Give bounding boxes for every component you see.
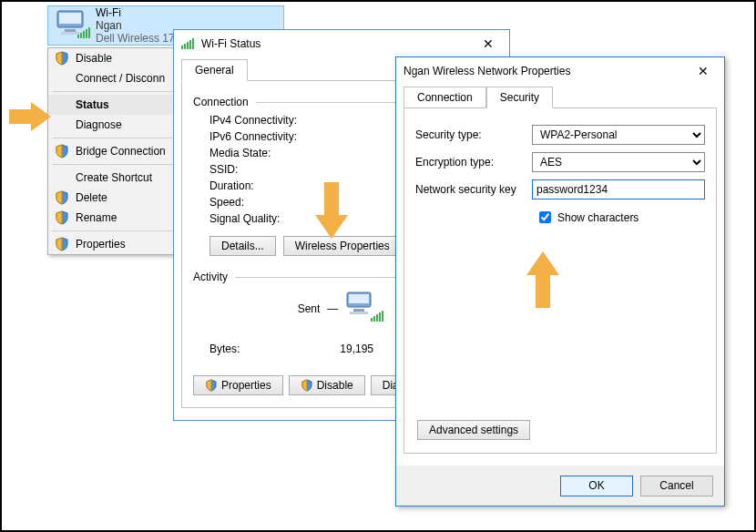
show-characters-checkbox[interactable] — [539, 211, 551, 223]
tab-connection[interactable]: Connection — [404, 87, 486, 108]
svg-rect-21 — [376, 314, 378, 322]
shield-icon — [55, 237, 69, 254]
row-network-key: Network security key — [415, 179, 705, 200]
shield-icon — [55, 190, 69, 208]
dialog-footer: OK Cancel — [396, 466, 724, 506]
ctx-label: Disable — [76, 52, 112, 65]
shield-icon — [55, 51, 69, 68]
ok-button[interactable]: OK — [560, 476, 633, 496]
titlebar[interactable]: Ngan Wireless Network Properties ✕ — [396, 57, 724, 85]
sent-label: Sent — [298, 302, 321, 315]
signal-icon — [181, 36, 196, 52]
svg-rect-20 — [373, 316, 375, 322]
bytes-sent: 19,195 — [282, 343, 373, 355]
ctx-label: Rename — [76, 211, 117, 224]
svg-marker-9 — [9, 102, 51, 131]
row-show-characters: Show characters — [536, 209, 705, 226]
svg-rect-3 — [61, 32, 79, 35]
svg-rect-19 — [371, 318, 373, 322]
svg-rect-1 — [59, 13, 81, 24]
svg-rect-14 — [192, 38, 194, 49]
ctx-label: Create Shortcut — [76, 171, 152, 184]
svg-rect-11 — [184, 44, 186, 49]
row-encryption-type: Encryption type: AES — [415, 152, 705, 172]
ctx-label: Delete — [76, 191, 107, 204]
tab-general[interactable]: General — [181, 59, 248, 81]
close-icon[interactable]: ✕ — [475, 36, 502, 51]
annotation-arrow-up-icon — [526, 250, 559, 308]
svg-rect-5 — [80, 33, 82, 38]
adapter-driver: Dell Wireless 170 — [96, 32, 180, 45]
ctx-label: Properties — [76, 238, 126, 251]
shield-icon — [55, 144, 69, 161]
adapter-name: Wi-Fi — [96, 6, 180, 19]
tab-security[interactable]: Security — [486, 87, 553, 108]
svg-marker-25 — [526, 251, 559, 308]
svg-rect-6 — [83, 31, 85, 38]
svg-rect-8 — [88, 27, 90, 38]
window-title: Wi-Fi Status — [201, 37, 261, 50]
ctx-label: Status — [76, 98, 109, 111]
network-key-input[interactable] — [532, 179, 705, 200]
dash: — — [327, 302, 338, 315]
svg-rect-4 — [77, 35, 79, 38]
svg-rect-17 — [353, 309, 364, 312]
shield-icon — [55, 210, 69, 228]
show-characters-label: Show characters — [557, 211, 639, 224]
security-type-select[interactable]: WPA2-Personal — [532, 125, 705, 145]
ctx-label: Connect / Disconn — [76, 72, 165, 85]
adapter-labels: Wi-Fi Ngan Dell Wireless 170 — [96, 6, 180, 45]
wireless-properties-dialog: Ngan Wireless Network Properties ✕ Conne… — [395, 56, 725, 506]
security-type-label: Security type: — [415, 128, 532, 141]
titlebar[interactable]: Wi-Fi Status ✕ — [174, 30, 509, 57]
svg-rect-23 — [382, 311, 383, 322]
annotation-arrow-right-icon — [9, 100, 53, 133]
network-key-label: Network security key — [415, 183, 532, 196]
shield-icon — [205, 379, 218, 392]
activity-icon — [345, 291, 385, 326]
close-icon[interactable]: ✕ — [690, 64, 717, 78]
encryption-type-label: Encryption type: — [415, 156, 532, 169]
advanced-settings-button[interactable]: Advanced settings — [417, 420, 530, 440]
svg-rect-18 — [350, 312, 368, 314]
row-security-type: Security type: WPA2-Personal — [415, 125, 705, 145]
annotation-arrow-down-icon — [315, 182, 348, 240]
details-button[interactable]: Details... — [209, 236, 276, 256]
disable-button[interactable]: Disable — [289, 375, 365, 395]
shield-icon — [301, 379, 313, 392]
svg-rect-2 — [65, 29, 76, 32]
ctx-label: Bridge Connection — [76, 145, 166, 158]
svg-rect-10 — [181, 46, 183, 49]
svg-marker-24 — [315, 182, 348, 239]
encryption-type-select[interactable]: AES — [532, 152, 705, 172]
adapter-ssid: Ngan — [96, 19, 180, 32]
svg-rect-7 — [86, 29, 87, 38]
svg-rect-12 — [187, 42, 189, 49]
monitor-icon — [56, 9, 90, 43]
cancel-button[interactable]: Cancel — [640, 476, 713, 496]
properties-button[interactable]: Properties — [193, 375, 283, 395]
window-title: Ngan Wireless Network Properties — [404, 65, 570, 77]
svg-rect-22 — [379, 312, 381, 322]
svg-rect-13 — [189, 40, 191, 49]
svg-rect-16 — [349, 294, 369, 303]
ctx-label: Diagnose — [76, 118, 122, 131]
